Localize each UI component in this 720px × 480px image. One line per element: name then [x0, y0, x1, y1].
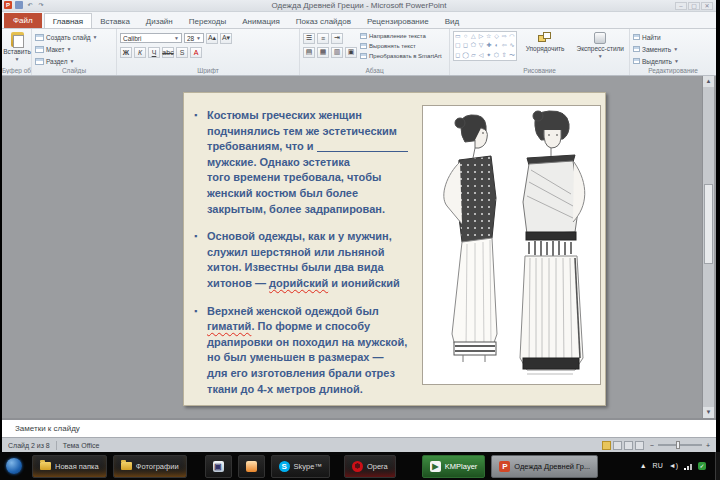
group-label: Редактирование [630, 67, 716, 74]
tab-review[interactable]: Рецензирование [359, 14, 437, 28]
slide-text-line: хитонов — дорийский и ионийский [207, 276, 408, 292]
slide-text-line: мужские. Однако эстетика [207, 155, 408, 171]
start-button[interactable] [6, 458, 22, 474]
new-slide-button[interactable]: Создать слайд ▼ [35, 31, 114, 43]
normal-view-button[interactable] [602, 441, 611, 450]
zoom-in-button[interactable]: + [706, 442, 710, 449]
shapes-gallery[interactable]: ▭○△▷☆◇⇨◠ ▢◻⬠▽✚◐⇦∿ ◻◯▱◁✦⬡⇧〜 [453, 31, 517, 61]
chevron-down-icon: ▼ [673, 46, 678, 52]
taskbar-button-pictures[interactable] [238, 455, 265, 478]
reading-view-button[interactable] [624, 441, 633, 450]
scrollbar-thumb[interactable] [704, 184, 713, 264]
convert-smartart-button[interactable]: Преобразовать в SmartArt [369, 53, 442, 59]
strikethrough-button[interactable]: abc [162, 47, 174, 58]
text-direction-button[interactable]: Направление текста [369, 33, 426, 39]
slide-text-line: хитон. Известны были два вида [207, 260, 408, 276]
taskbar-button-powerpoint-active[interactable]: P Одежда Древней Гр... [491, 455, 598, 478]
italic-button[interactable]: К [134, 47, 146, 58]
slide-sorter-view-button[interactable] [613, 441, 622, 450]
tab-animations[interactable]: Анимация [234, 14, 288, 28]
slide-text-placeholder[interactable]: Костюмы греческих женщин подчинялись тем… [194, 108, 408, 409]
maximize-button[interactable]: ▢ [688, 2, 700, 10]
document-icon: ▶ [430, 461, 441, 472]
shadow-button[interactable]: S [176, 47, 188, 58]
tab-insert[interactable]: Вставка [92, 14, 138, 28]
taskbar-button-explorer[interactable]: ▣ [205, 455, 232, 478]
group-font: Calibri▼ 28▼ A▴ A▾ Ж К Ч abc S А Шрифт [117, 29, 300, 75]
antivirus-icon[interactable]: ✓ [698, 462, 706, 470]
slide-text-line: того времени требовала, чтобы [207, 170, 408, 186]
align-text-button[interactable]: Выровнять текст [369, 43, 416, 49]
taskbar-button-opera[interactable]: Opera [344, 455, 396, 478]
slide-text-line: женский костюм был более [207, 186, 408, 202]
zoom-slider[interactable] [658, 444, 702, 446]
scroll-down-arrow[interactable]: ▼ [703, 407, 714, 418]
underline-button[interactable]: Ч [148, 47, 160, 58]
window-controls: – ▢ ✕ [675, 2, 713, 10]
align-left-button[interactable]: ▤ [303, 47, 315, 58]
taskbar-button-folder2[interactable]: Фотографии [113, 455, 187, 478]
paste-button[interactable]: Вставить ▼ [5, 31, 29, 63]
slide-text-line: Костюмы греческих женщин [207, 108, 408, 124]
slide-text-line: Верхней женской одеждой был [207, 304, 408, 320]
network-icon[interactable] [684, 462, 692, 470]
tab-transitions[interactable]: Переходы [181, 14, 235, 28]
slide-image[interactable] [422, 105, 601, 385]
numbering-button[interactable]: ≡ [317, 33, 329, 44]
close-button[interactable]: ✕ [701, 2, 713, 10]
minimize-button[interactable]: – [675, 2, 687, 10]
indent-button[interactable]: ⇥ [331, 33, 343, 44]
language-indicator[interactable]: RU [653, 461, 663, 471]
vertical-scrollbar[interactable]: ▲ ▼ [702, 76, 714, 418]
bold-button[interactable]: Ж [120, 47, 132, 58]
layout-icon [35, 46, 44, 53]
tab-view[interactable]: Вид [437, 14, 467, 28]
select-button[interactable]: Выделить ▼ [633, 55, 714, 67]
taskbar-button-player[interactable]: ▶ KMPlayer [422, 455, 486, 478]
taskbar-button-skype[interactable]: S Skype™ [271, 455, 330, 478]
picture-icon [246, 461, 257, 472]
bullet-paragraph: Основой одежды, как и у мужчин, служил ш… [194, 229, 408, 291]
columns-button[interactable]: ▣ [345, 47, 357, 58]
grow-font-button[interactable]: A▴ [206, 33, 218, 44]
align-center-button[interactable]: ▦ [317, 47, 329, 58]
chevron-down-icon: ▼ [196, 35, 201, 41]
font-color-button[interactable]: А [190, 47, 202, 58]
bullets-button[interactable]: ☰ [303, 33, 315, 44]
tab-design[interactable]: Дизайн [138, 14, 181, 28]
group-label: Буфер обмена [2, 67, 31, 74]
show-desktop-button[interactable] [715, 452, 720, 480]
zoom-slider-thumb[interactable] [676, 441, 680, 449]
font-name-select[interactable]: Calibri▼ [120, 33, 182, 43]
misspelled-word: дорийский [269, 277, 328, 289]
paste-icon [11, 32, 24, 47]
replace-button[interactable]: Заменить ▼ [633, 43, 714, 55]
theme-name: Тема Office [63, 442, 100, 449]
notes-pane[interactable]: Заметки к слайду [2, 418, 716, 437]
group-label: Абзац [300, 67, 449, 74]
slideshow-view-button[interactable] [635, 441, 644, 450]
tab-file[interactable]: Файл [4, 13, 42, 28]
tab-home[interactable]: Главная [44, 13, 92, 28]
taskbar-button-folder1[interactable]: Новая папка [32, 455, 107, 478]
tab-slideshow[interactable]: Показ слайдов [288, 14, 359, 28]
scroll-up-arrow[interactable]: ▲ [703, 76, 714, 87]
find-button[interactable]: Найти [633, 31, 714, 43]
explorer-icon: ▣ [213, 461, 224, 472]
bullet-paragraph: Верхней женской одеждой был гиматий. По … [194, 304, 408, 398]
tray-expand-icon[interactable]: ▲ [640, 461, 647, 471]
group-label: Шрифт [117, 67, 299, 74]
align-right-button[interactable]: ▥ [331, 47, 343, 58]
slide-canvas[interactable]: Костюмы греческих женщин подчинялись тем… [183, 92, 606, 406]
section-button[interactable]: Раздел ▼ [35, 55, 114, 67]
screen: P ↶ ↷ Одежда Древней Греции - Microsoft … [0, 0, 720, 480]
volume-icon[interactable]: ◄) [669, 461, 678, 471]
zoom-out-button[interactable]: − [650, 442, 654, 449]
underline-rule [317, 151, 408, 152]
quick-styles-button[interactable]: Экспресс-стили ▼ [573, 31, 627, 60]
text-direction-icon [360, 33, 367, 39]
shrink-font-button[interactable]: A▾ [220, 33, 232, 44]
layout-button[interactable]: Макет ▼ [35, 43, 114, 55]
arrange-button[interactable]: Упорядочить [523, 31, 568, 53]
font-size-select[interactable]: 28▼ [184, 33, 204, 43]
